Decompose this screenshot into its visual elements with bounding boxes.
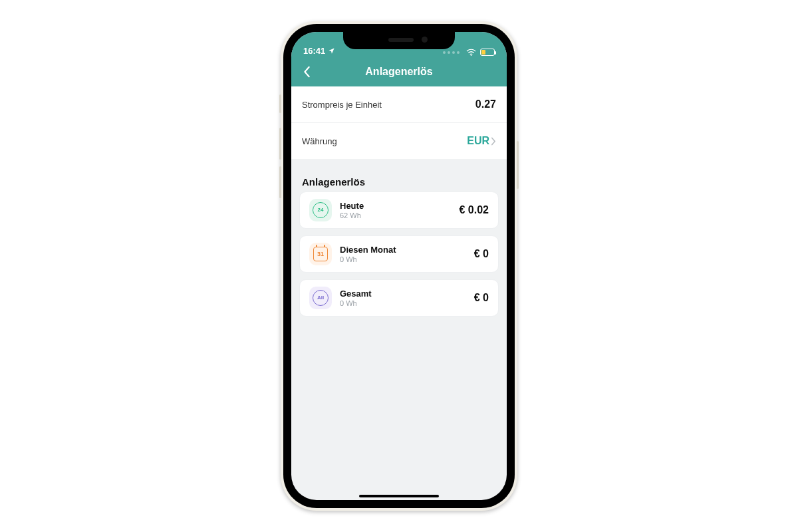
card-subtitle: 62 Wh	[340, 211, 452, 219]
card-subtitle: 0 Wh	[340, 299, 466, 307]
price-per-unit-value: 0.27	[475, 98, 496, 110]
phone-side-button	[279, 128, 281, 160]
card-subtitle: 0 Wh	[340, 255, 466, 263]
screen: 16:41	[291, 32, 507, 500]
card-title: Heute	[340, 201, 452, 211]
card-value: € 0.02	[460, 204, 489, 216]
page-title: Anlagenerlös	[365, 66, 432, 78]
card-total[interactable]: All Gesamt 0 Wh € 0	[299, 279, 499, 317]
phone-frame: 16:41	[281, 21, 517, 511]
signal-dots-icon	[443, 51, 460, 54]
chevron-left-icon	[303, 66, 311, 78]
back-button[interactable]	[298, 63, 317, 81]
phone-notch	[343, 32, 455, 49]
revenue-cards: 24 Heute 62 Wh € 0.02 31 Diesen	[291, 192, 507, 327]
all-icon: All	[309, 287, 332, 309]
currency-label: Währung	[302, 136, 337, 146]
card-value: € 0	[474, 248, 489, 260]
phone-side-button	[279, 94, 281, 113]
home-indicator[interactable]	[359, 495, 439, 497]
location-icon	[328, 47, 335, 55]
settings-group: Strompreis je Einheit 0.27 Währung EUR	[291, 86, 507, 159]
currency-value: EUR	[467, 135, 489, 147]
wifi-icon	[466, 49, 476, 56]
svg-point-0	[471, 55, 471, 56]
card-title: Diesen Monat	[340, 245, 466, 255]
chevron-right-icon	[491, 137, 496, 146]
phone-side-button	[517, 141, 519, 189]
price-per-unit-row[interactable]: Strompreis je Einheit 0.27	[291, 86, 507, 122]
card-title: Gesamt	[340, 289, 466, 299]
price-per-unit-label: Strompreis je Einheit	[302, 100, 382, 110]
calendar-icon: 31	[309, 243, 332, 265]
card-today[interactable]: 24 Heute 62 Wh € 0.02	[299, 192, 499, 229]
card-value: € 0	[474, 292, 489, 304]
status-time: 16:41	[303, 46, 325, 56]
phone-side-button	[279, 166, 281, 198]
today-icon: 24	[309, 199, 332, 221]
navbar: Anlagenerlös	[291, 57, 507, 86]
currency-row[interactable]: Währung EUR	[291, 122, 507, 159]
section-title: Anlagenerlös	[291, 167, 507, 192]
card-month[interactable]: 31 Diesen Monat 0 Wh € 0	[299, 235, 499, 273]
battery-icon	[480, 49, 495, 56]
